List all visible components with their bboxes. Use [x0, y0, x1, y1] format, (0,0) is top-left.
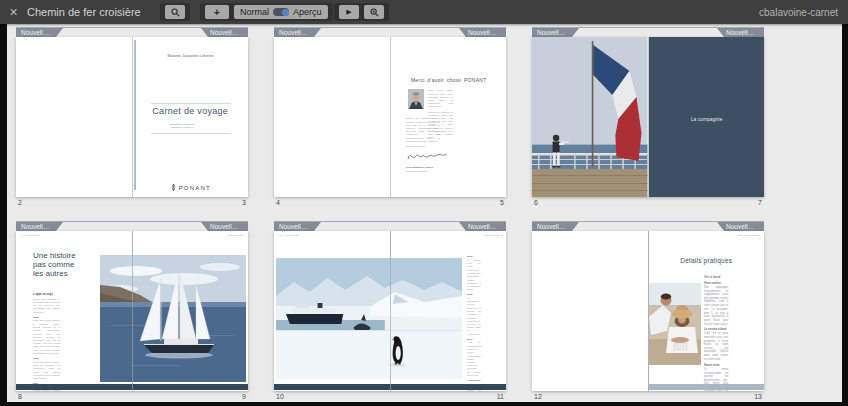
welcome-paragraph-3: Toutes nos équipes, à terre comme à bord…	[406, 117, 440, 148]
title-line: les autres	[33, 270, 76, 279]
spread-tab[interactable]: Nouvell…	[201, 28, 248, 37]
page-4[interactable]	[274, 37, 390, 197]
spread-tab[interactable]: Nouvell…	[274, 222, 321, 231]
photo-french-flag	[532, 37, 648, 197]
toggle-knob	[282, 9, 289, 16]
tools-group: ▶	[334, 3, 389, 21]
search-button[interactable]	[165, 5, 185, 19]
spread-tab-label: Nouvell…	[726, 29, 754, 36]
page-6[interactable]	[532, 37, 648, 197]
page-number: 5	[500, 199, 504, 206]
page-5[interactable]: Merci d'avoir choisi PONANT Vous avez ch…	[391, 37, 507, 197]
story-title: Une histoire pas comme les autres	[33, 252, 76, 279]
page-number: 12	[534, 393, 542, 400]
spread-tab[interactable]: Nouvell…	[532, 222, 579, 231]
spread-4-5: Nouvell… Nouvell… Merci d'avoir choisi P…	[274, 27, 506, 208]
ponant-logo-icon	[170, 183, 177, 192]
mode-toggle[interactable]	[273, 8, 289, 16]
closing-line: Bienvenue à bord,	[406, 145, 440, 148]
spread-tab-row: Nouvell… Nouvell…	[274, 27, 506, 37]
spread-tab-label: Nouvell…	[21, 29, 49, 36]
play-button[interactable]: ▶	[339, 5, 359, 19]
spread-tab[interactable]: Nouvell…	[16, 28, 63, 37]
page-number: 4	[276, 199, 280, 206]
photo-couple	[649, 283, 701, 365]
spread-pages: Madame Jacqueline Lebreton Carnet de voy…	[16, 37, 248, 197]
paragraph: Toutes nos équipes, à terre comme à bord…	[406, 117, 440, 143]
running-header: LA COMPAGNIE · 11	[479, 234, 504, 237]
page-7[interactable]: La compagnie	[649, 37, 765, 197]
section-head: Le service à bord	[704, 328, 728, 332]
paragraph: Trente ans d'audace et de passion de la …	[33, 297, 60, 313]
paragraph: Le Soléal puis Le Lyrial complètent la s…	[467, 259, 481, 291]
mode-apercu-label[interactable]: Aperçu	[293, 7, 322, 17]
search-icon	[171, 8, 180, 17]
mode-segment: Normal Aperçu	[234, 5, 328, 19]
timeline-column: 2013 Le Soléal puis Le Lyrial complètent…	[467, 255, 481, 391]
photo-sailboat	[100, 255, 246, 382]
paragraph: La compagnie devient PONANT et affirme s…	[467, 297, 481, 336]
spread-tab[interactable]: Nouvell…	[16, 222, 63, 231]
app-window: ✕ Chemin de fer croisière + Normal Aperç…	[0, 0, 848, 406]
spread-tab[interactable]: Nouvell…	[274, 28, 321, 37]
plus-icon: +	[214, 7, 220, 18]
spread-tab[interactable]: Nouvell…	[201, 222, 248, 231]
story-subhead: L'appel du large	[33, 293, 60, 297]
page-number: 8	[18, 393, 22, 400]
spread-tab-label: Nouvell…	[210, 223, 238, 230]
section-title: La compagnie	[649, 117, 765, 122]
page-numbers: 10 11	[274, 391, 506, 402]
spread-tab-label: Nouvell…	[726, 223, 754, 230]
spread-tab-label: Nouvell…	[21, 223, 49, 230]
spread-tab[interactable]: Nouvell…	[459, 28, 506, 37]
spread-tab-label: Nouvell…	[279, 29, 307, 36]
close-icon[interactable]: ✕	[9, 6, 18, 19]
photo-antarctic	[276, 258, 462, 379]
add-button[interactable]: +	[205, 5, 229, 19]
paragraph: Avec Le Commandant Charcot, navire d'exp…	[467, 341, 481, 377]
magnifier-plus-icon	[370, 8, 379, 17]
cover-subtitle: CROISIÈRE EUROPE À BORD DU SOLÉAL	[133, 122, 230, 129]
paragraph: Vous avez choisi PONANT pour votre proch…	[428, 89, 453, 108]
play-icon: ▶	[346, 8, 351, 16]
page-numbers: 8 9	[16, 391, 248, 402]
spread-12-13: Nouvell… Nouvell… DÉTAILS PRATIQUES · 13…	[532, 221, 764, 402]
spread-tab[interactable]: Nouvell…	[717, 222, 764, 231]
spread-tab-label: Nouvell…	[210, 29, 238, 36]
brand-name: PONANT	[179, 185, 211, 191]
page-numbers: 2 3	[16, 197, 248, 208]
zoom-button[interactable]	[364, 5, 384, 19]
rule	[151, 103, 231, 104]
page-number: 6	[534, 199, 538, 206]
spread-tab-row: Nouvell… Nouvell…	[532, 27, 764, 37]
spread-tab-row: Nouvell… Nouvell…	[532, 221, 764, 231]
spread-tab-label: Nouvell…	[468, 29, 496, 36]
spread-pages: Merci d'avoir choisi PONANT Vous avez ch…	[274, 37, 506, 197]
page-2[interactable]	[16, 37, 132, 197]
search-group	[160, 3, 190, 21]
mode-normal-label[interactable]: Normal	[240, 7, 269, 17]
page-number: 9	[242, 393, 246, 400]
page-3[interactable]: Madame Jacqueline Lebreton Carnet de voy…	[133, 37, 249, 197]
page-12[interactable]	[532, 231, 648, 391]
spread-tab[interactable]: Nouvell…	[532, 28, 579, 37]
flatplan-canvas: Nouvell… Nouvell… Madame Jacqueline Lebr…	[7, 24, 842, 402]
section-head: Votre confort	[704, 281, 728, 285]
page-number: 13	[754, 393, 762, 400]
running-header: 10 · LA COMPAGNIE	[279, 234, 304, 237]
spread-tab-row: Nouvell… Nouvell…	[16, 27, 248, 37]
spread-10-11: Nouvell… Nouvell… 10 · LA COMPAGNIE LA C…	[274, 221, 506, 402]
spread-tab[interactable]: Nouvell…	[459, 222, 506, 231]
welcome-heading: Merci d'avoir choisi PONANT	[391, 77, 507, 83]
page-13[interactable]: DÉTAILS PRATIQUES · 13 Détails pratiques	[649, 231, 765, 391]
signature-image	[406, 149, 450, 163]
spread-pages: DÉTAILS PRATIQUES · 13 Détails pratiques	[532, 231, 764, 391]
spread-tab-label: Nouvell…	[468, 223, 496, 230]
page-number: 10	[276, 393, 284, 400]
recipient-line: Madame Jacqueline Lebreton	[141, 54, 240, 58]
spread-spine	[390, 231, 391, 391]
spread-tab[interactable]: Nouvell…	[717, 28, 764, 37]
spread-pages: 10 · LA COMPAGNIE LA COMPAGNIE · 11 2013…	[274, 231, 506, 391]
spread-pages: La compagnie	[532, 37, 764, 197]
page-number: 2	[18, 199, 22, 206]
